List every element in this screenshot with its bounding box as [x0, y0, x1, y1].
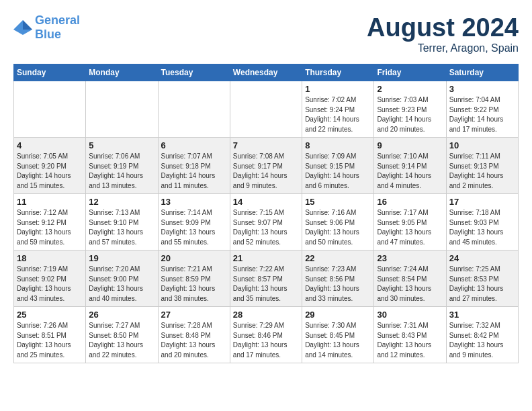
day-info: Sunrise: 7:13 AM Sunset: 9:10 PM Dayligh… — [89, 208, 154, 247]
day-number: 11 — [17, 197, 83, 207]
day-number: 18 — [17, 253, 83, 263]
day-info: Sunrise: 7:14 AM Sunset: 9:09 PM Dayligh… — [161, 208, 227, 247]
calendar-row-4: 25Sunrise: 7:26 AM Sunset: 8:51 PM Dayli… — [14, 307, 519, 363]
table-row: 16Sunrise: 7:17 AM Sunset: 9:05 PM Dayli… — [374, 194, 446, 250]
table-row: 29Sunrise: 7:30 AM Sunset: 8:45 PM Dayli… — [302, 307, 374, 363]
day-number: 30 — [377, 310, 443, 320]
day-info: Sunrise: 7:15 AM Sunset: 9:07 PM Dayligh… — [233, 208, 299, 247]
table-row: 2Sunrise: 7:03 AM Sunset: 9:23 PM Daylig… — [374, 81, 446, 138]
day-number: 16 — [377, 197, 443, 207]
day-info: Sunrise: 7:20 AM Sunset: 9:00 PM Dayligh… — [89, 265, 154, 304]
day-number: 19 — [89, 253, 154, 263]
table-row: 7Sunrise: 7:08 AM Sunset: 9:17 PM Daylig… — [230, 138, 302, 194]
day-info: Sunrise: 7:10 AM Sunset: 9:14 PM Dayligh… — [377, 152, 443, 191]
table-row: 27Sunrise: 7:28 AM Sunset: 8:48 PM Dayli… — [158, 307, 230, 363]
day-info: Sunrise: 7:05 AM Sunset: 9:20 PM Dayligh… — [17, 152, 83, 191]
day-info: Sunrise: 7:28 AM Sunset: 8:48 PM Dayligh… — [161, 321, 227, 360]
day-number: 26 — [89, 310, 154, 320]
calendar-row-2: 11Sunrise: 7:12 AM Sunset: 9:12 PM Dayli… — [14, 194, 519, 250]
day-number: 29 — [305, 310, 371, 320]
calendar-table: Sunday Monday Tuesday Wednesday Thursday… — [13, 64, 519, 363]
day-info: Sunrise: 7:26 AM Sunset: 8:51 PM Dayligh… — [17, 321, 83, 360]
day-info: Sunrise: 7:03 AM Sunset: 9:23 PM Dayligh… — [377, 95, 443, 134]
table-row: 6Sunrise: 7:07 AM Sunset: 9:18 PM Daylig… — [158, 138, 230, 194]
day-number: 23 — [377, 253, 443, 263]
table-row: 24Sunrise: 7:25 AM Sunset: 8:53 PM Dayli… — [446, 250, 518, 307]
table-row: 28Sunrise: 7:29 AM Sunset: 8:46 PM Dayli… — [230, 307, 302, 363]
day-number: 22 — [305, 253, 371, 263]
logo: General Blue — [13, 13, 80, 42]
table-row: 5Sunrise: 7:06 AM Sunset: 9:19 PM Daylig… — [86, 138, 158, 194]
table-row — [158, 81, 230, 138]
table-row: 30Sunrise: 7:31 AM Sunset: 8:43 PM Dayli… — [374, 307, 446, 363]
day-info: Sunrise: 7:16 AM Sunset: 9:06 PM Dayligh… — [305, 208, 371, 247]
day-info: Sunrise: 7:30 AM Sunset: 8:45 PM Dayligh… — [305, 321, 371, 360]
day-info: Sunrise: 7:12 AM Sunset: 9:12 PM Dayligh… — [17, 208, 83, 247]
table-row: 13Sunrise: 7:14 AM Sunset: 9:09 PM Dayli… — [158, 194, 230, 250]
table-row: 12Sunrise: 7:13 AM Sunset: 9:10 PM Dayli… — [86, 194, 158, 250]
day-number: 24 — [449, 253, 515, 263]
day-info: Sunrise: 7:11 AM Sunset: 9:13 PM Dayligh… — [449, 152, 515, 191]
day-number: 20 — [161, 253, 227, 263]
table-row — [86, 81, 158, 138]
day-number: 17 — [449, 197, 515, 207]
logo-icon — [13, 20, 32, 35]
table-row: 9Sunrise: 7:10 AM Sunset: 9:14 PM Daylig… — [374, 138, 446, 194]
day-number: 1 — [305, 84, 371, 94]
calendar-row-1: 4Sunrise: 7:05 AM Sunset: 9:20 PM Daylig… — [14, 138, 519, 194]
day-info: Sunrise: 7:04 AM Sunset: 9:22 PM Dayligh… — [449, 95, 515, 134]
day-info: Sunrise: 7:08 AM Sunset: 9:17 PM Dayligh… — [233, 152, 299, 191]
day-info: Sunrise: 7:25 AM Sunset: 8:53 PM Dayligh… — [449, 265, 515, 304]
day-info: Sunrise: 7:22 AM Sunset: 8:57 PM Dayligh… — [233, 265, 299, 304]
header-sunday: Sunday — [14, 64, 86, 81]
day-info: Sunrise: 7:17 AM Sunset: 9:05 PM Dayligh… — [377, 208, 443, 247]
day-number: 10 — [449, 140, 515, 150]
day-info: Sunrise: 7:02 AM Sunset: 9:24 PM Dayligh… — [305, 95, 371, 134]
day-info: Sunrise: 7:24 AM Sunset: 8:54 PM Dayligh… — [377, 265, 443, 304]
table-row: 20Sunrise: 7:21 AM Sunset: 8:59 PM Dayli… — [158, 250, 230, 307]
header: General Blue August 2024 Terrer, Aragon,… — [13, 13, 519, 54]
table-row: 22Sunrise: 7:23 AM Sunset: 8:56 PM Dayli… — [302, 250, 374, 307]
table-row: 18Sunrise: 7:19 AM Sunset: 9:02 PM Dayli… — [14, 250, 86, 307]
day-info: Sunrise: 7:18 AM Sunset: 9:03 PM Dayligh… — [449, 208, 515, 247]
table-row: 31Sunrise: 7:32 AM Sunset: 8:42 PM Dayli… — [446, 307, 518, 363]
day-number: 6 — [161, 140, 227, 150]
day-number: 27 — [161, 310, 227, 320]
table-row: 26Sunrise: 7:27 AM Sunset: 8:50 PM Dayli… — [86, 307, 158, 363]
day-info: Sunrise: 7:27 AM Sunset: 8:50 PM Dayligh… — [89, 321, 154, 360]
day-number: 28 — [233, 310, 299, 320]
header-saturday: Saturday — [446, 64, 518, 81]
table-row — [14, 81, 86, 138]
day-number: 3 — [449, 84, 515, 94]
day-number: 5 — [89, 140, 154, 150]
table-row — [230, 81, 302, 138]
table-row: 1Sunrise: 7:02 AM Sunset: 9:24 PM Daylig… — [302, 81, 374, 138]
svg-marker-1 — [23, 20, 32, 30]
header-tuesday: Tuesday — [158, 64, 230, 81]
day-number: 7 — [233, 140, 299, 150]
day-number: 14 — [233, 197, 299, 207]
day-info: Sunrise: 7:29 AM Sunset: 8:46 PM Dayligh… — [233, 321, 299, 360]
table-row: 4Sunrise: 7:05 AM Sunset: 9:20 PM Daylig… — [14, 138, 86, 194]
table-row: 15Sunrise: 7:16 AM Sunset: 9:06 PM Dayli… — [302, 194, 374, 250]
calendar-row-0: 1Sunrise: 7:02 AM Sunset: 9:24 PM Daylig… — [14, 81, 519, 138]
header-wednesday: Wednesday — [230, 64, 302, 81]
header-monday: Monday — [86, 64, 158, 81]
table-row: 11Sunrise: 7:12 AM Sunset: 9:12 PM Dayli… — [14, 194, 86, 250]
table-row: 3Sunrise: 7:04 AM Sunset: 9:22 PM Daylig… — [446, 81, 518, 138]
table-row: 25Sunrise: 7:26 AM Sunset: 8:51 PM Dayli… — [14, 307, 86, 363]
day-info: Sunrise: 7:32 AM Sunset: 8:42 PM Dayligh… — [449, 321, 515, 360]
day-number: 4 — [17, 140, 83, 150]
day-number: 25 — [17, 310, 83, 320]
calendar-header-row: Sunday Monday Tuesday Wednesday Thursday… — [14, 64, 519, 81]
logo-text-line2: Blue — [35, 28, 80, 42]
day-number: 2 — [377, 84, 443, 94]
logo-text-line1: General — [35, 13, 80, 28]
day-info: Sunrise: 7:21 AM Sunset: 8:59 PM Dayligh… — [161, 265, 227, 304]
day-info: Sunrise: 7:19 AM Sunset: 9:02 PM Dayligh… — [17, 265, 83, 304]
day-info: Sunrise: 7:31 AM Sunset: 8:43 PM Dayligh… — [377, 321, 443, 360]
calendar-row-3: 18Sunrise: 7:19 AM Sunset: 9:02 PM Dayli… — [14, 250, 519, 307]
day-info: Sunrise: 7:07 AM Sunset: 9:18 PM Dayligh… — [161, 152, 227, 191]
day-number: 21 — [233, 253, 299, 263]
day-number: 12 — [89, 197, 154, 207]
